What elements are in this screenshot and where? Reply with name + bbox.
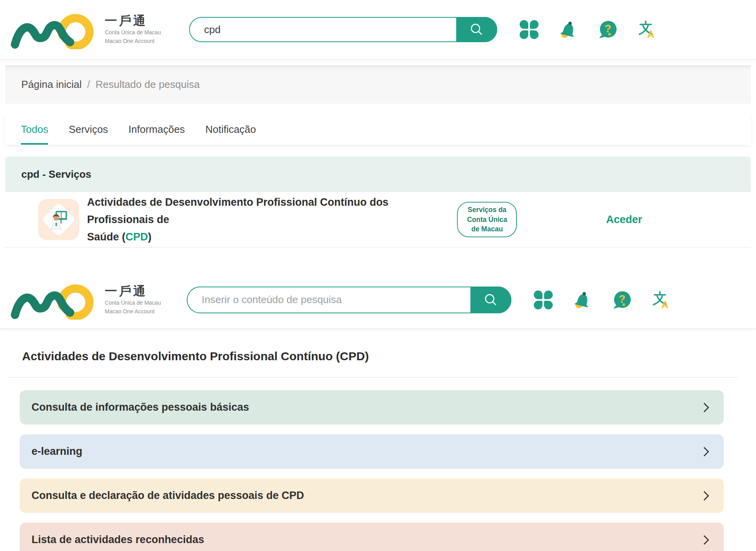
macau-one-account-logo[interactable]: 一戶通 Conta Única de Macau Macao One Accou… xyxy=(10,10,175,49)
result-title-line1: Actividades de Desenvolvimento Profissio… xyxy=(87,194,457,228)
page-title: Actividades de Desenvolvimento Profissio… xyxy=(22,350,756,363)
service-item[interactable]: Consulta e declaração de atividades pess… xyxy=(20,478,724,513)
header-icon-group: ? A xyxy=(533,290,671,310)
tab-todos[interactable]: Todos xyxy=(21,114,48,145)
help-chat-icon[interactable]: ? xyxy=(598,20,618,39)
apps-grid-icon[interactable] xyxy=(519,20,539,39)
search-result-tabs: TodosServiçosInformaçõesNotificação xyxy=(5,114,751,145)
chevron-right-icon xyxy=(703,446,710,457)
logo-subtitle-en: Macao One Account xyxy=(105,37,161,45)
language-glyph: A xyxy=(652,290,671,310)
search-icon xyxy=(468,21,485,38)
mo-logo-icon xyxy=(10,10,94,49)
search-results-card: cpd - Serviços Actividades de Desenvolvi… xyxy=(5,156,751,248)
badge-line: Serviços da xyxy=(468,205,506,215)
breadcrumb-separator: / xyxy=(87,78,90,91)
service-thumbnail-icon xyxy=(38,199,79,240)
divider xyxy=(7,377,737,378)
service-item-label: Consulta de informações pessoais básicas xyxy=(32,401,249,413)
service-item[interactable]: Consulta de informações pessoais básicas xyxy=(20,390,724,424)
svg-text:A: A xyxy=(661,299,669,310)
notification-bell-icon[interactable] xyxy=(573,290,593,310)
chevron-right-icon xyxy=(703,402,710,413)
service-source-badge: Serviços daConta Únicade Macau xyxy=(457,202,517,237)
bell-glyph xyxy=(573,290,593,310)
tab-notificacao[interactable]: Notificação xyxy=(205,114,256,145)
logo-title-cjk: 一戶通 xyxy=(105,14,161,28)
svg-text:?: ? xyxy=(604,22,611,35)
chevron-right-icon xyxy=(703,490,710,501)
clover-shape xyxy=(534,290,553,309)
bell-glyph xyxy=(559,20,578,39)
service-item-label: e-learning xyxy=(32,445,82,458)
search-input[interactable] xyxy=(190,18,457,41)
breadcrumb-current: Resultado de pesquisa xyxy=(95,78,200,91)
search-button[interactable] xyxy=(456,17,497,42)
search-bar xyxy=(189,17,497,42)
service-item-label: Consulta e declaração de atividades pess… xyxy=(32,490,304,502)
aceder-link[interactable]: Aceder xyxy=(606,214,642,226)
language-switch-icon[interactable]: A xyxy=(652,290,671,310)
badge-line: Conta Única xyxy=(467,215,507,225)
logo-title-cjk: 一戶通 xyxy=(105,285,161,298)
service-item[interactable]: e-learning xyxy=(20,434,724,469)
help-chat-icon[interactable]: ? xyxy=(612,290,632,310)
language-switch-icon[interactable]: A xyxy=(637,20,657,39)
question-bubble-glyph: ? xyxy=(612,290,632,310)
service-item[interactable]: Lista de actividades reconhecidas xyxy=(20,523,724,551)
tab-informacoes[interactable]: Informações xyxy=(128,114,185,145)
language-glyph: A xyxy=(637,20,657,39)
search-button[interactable] xyxy=(470,287,511,313)
search-result-item[interactable]: Actividades de Desenvolvimento Profissio… xyxy=(5,192,751,247)
apps-grid-icon[interactable] xyxy=(533,290,553,310)
question-bubble-glyph: ? xyxy=(598,19,618,40)
badge-line: de Macau xyxy=(472,224,503,234)
logo-subtitle-pt: Conta Única de Macau xyxy=(105,299,161,307)
result-title: Actividades de Desenvolvimento Profissio… xyxy=(87,194,457,246)
breadcrumb-home-link[interactable]: Página inicial xyxy=(21,78,82,91)
logo-subtitle-pt: Conta Única de Macau xyxy=(105,29,161,36)
mo-logo-icon xyxy=(10,280,94,320)
results-section-title: cpd - Serviços xyxy=(5,156,751,192)
tab-servicos[interactable]: Serviços xyxy=(69,114,108,145)
result-title-line2: Saúde (CPD) xyxy=(87,228,457,246)
service-page-content: Actividades de Desenvolvimento Profissio… xyxy=(0,350,756,551)
search-input[interactable] xyxy=(188,287,471,313)
cpd-highlight: CPD xyxy=(126,231,148,243)
svg-text:A: A xyxy=(647,28,655,39)
search-bar xyxy=(187,287,511,313)
chevron-right-icon xyxy=(703,534,710,545)
notification-bell-icon[interactable] xyxy=(559,20,578,39)
service-page-header: 一戶通 Conta Única de Macau Macao One Accou… xyxy=(0,271,756,328)
logo-subtitle-en: Macao One Account xyxy=(105,308,161,315)
macau-one-account-logo[interactable]: 一戶通 Conta Única de Macau Macao One Accou… xyxy=(10,280,175,320)
doctor-book-glyph xyxy=(49,209,68,230)
service-item-list: Consulta de informações pessoais básicas… xyxy=(20,390,724,551)
breadcrumb: Página inicial / Resultado de pesquisa xyxy=(5,65,751,104)
service-item-label: Lista de actividades reconhecidas xyxy=(32,534,204,546)
svg-text:?: ? xyxy=(619,292,625,305)
clover-shape xyxy=(520,20,539,39)
top-header: 一戶通 Conta Única de Macau Macao One Accou… xyxy=(0,0,756,59)
search-icon xyxy=(483,292,499,308)
header-icon-group: ? A xyxy=(519,20,657,39)
